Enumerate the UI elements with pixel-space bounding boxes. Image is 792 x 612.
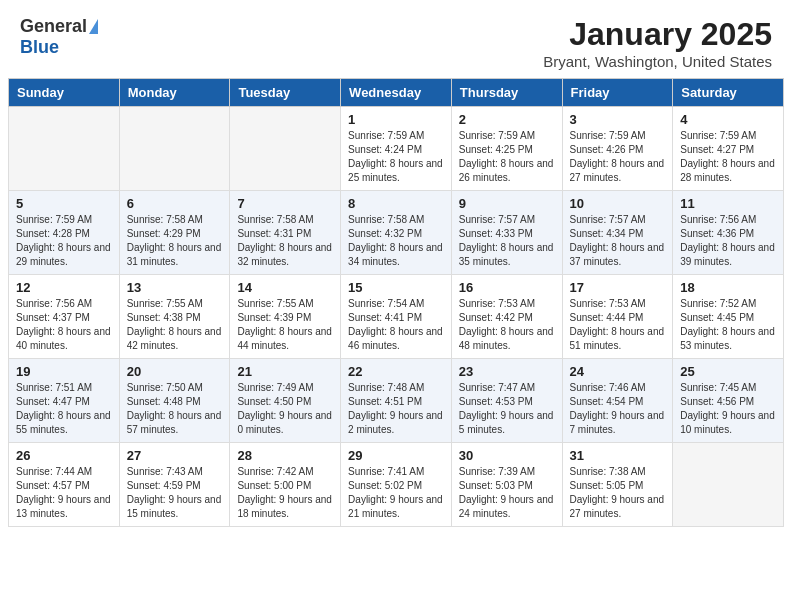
day-number: 21: [237, 364, 333, 379]
day-info: Sunrise: 7:52 AMSunset: 4:45 PMDaylight:…: [680, 297, 776, 353]
day-info: Sunrise: 7:56 AMSunset: 4:37 PMDaylight:…: [16, 297, 112, 353]
calendar-cell: 10Sunrise: 7:57 AMSunset: 4:34 PMDayligh…: [562, 191, 673, 275]
day-number: 28: [237, 448, 333, 463]
day-info: Sunrise: 7:59 AMSunset: 4:28 PMDaylight:…: [16, 213, 112, 269]
day-number: 27: [127, 448, 223, 463]
day-number: 1: [348, 112, 444, 127]
day-number: 4: [680, 112, 776, 127]
location: Bryant, Washington, United States: [543, 53, 772, 70]
day-info: Sunrise: 7:48 AMSunset: 4:51 PMDaylight:…: [348, 381, 444, 437]
day-info: Sunrise: 7:39 AMSunset: 5:03 PMDaylight:…: [459, 465, 555, 521]
day-info: Sunrise: 7:41 AMSunset: 5:02 PMDaylight:…: [348, 465, 444, 521]
day-info: Sunrise: 7:46 AMSunset: 4:54 PMDaylight:…: [570, 381, 666, 437]
calendar-cell: 4Sunrise: 7:59 AMSunset: 4:27 PMDaylight…: [673, 107, 784, 191]
day-number: 22: [348, 364, 444, 379]
day-info: Sunrise: 7:43 AMSunset: 4:59 PMDaylight:…: [127, 465, 223, 521]
week-row-1: 1Sunrise: 7:59 AMSunset: 4:24 PMDaylight…: [9, 107, 784, 191]
calendar-cell: 7Sunrise: 7:58 AMSunset: 4:31 PMDaylight…: [230, 191, 341, 275]
calendar-cell: 5Sunrise: 7:59 AMSunset: 4:28 PMDaylight…: [9, 191, 120, 275]
day-info: Sunrise: 7:44 AMSunset: 4:57 PMDaylight:…: [16, 465, 112, 521]
day-number: 5: [16, 196, 112, 211]
day-info: Sunrise: 7:56 AMSunset: 4:36 PMDaylight:…: [680, 213, 776, 269]
calendar-cell: 31Sunrise: 7:38 AMSunset: 5:05 PMDayligh…: [562, 443, 673, 527]
logo: General Blue: [20, 16, 98, 58]
calendar-cell: 21Sunrise: 7:49 AMSunset: 4:50 PMDayligh…: [230, 359, 341, 443]
weekday-header-monday: Monday: [119, 79, 230, 107]
day-number: 13: [127, 280, 223, 295]
day-info: Sunrise: 7:59 AMSunset: 4:24 PMDaylight:…: [348, 129, 444, 185]
day-info: Sunrise: 7:49 AMSunset: 4:50 PMDaylight:…: [237, 381, 333, 437]
day-number: 11: [680, 196, 776, 211]
day-info: Sunrise: 7:53 AMSunset: 4:42 PMDaylight:…: [459, 297, 555, 353]
day-number: 14: [237, 280, 333, 295]
calendar-cell: 9Sunrise: 7:57 AMSunset: 4:33 PMDaylight…: [451, 191, 562, 275]
day-number: 9: [459, 196, 555, 211]
calendar-header: SundayMondayTuesdayWednesdayThursdayFrid…: [9, 79, 784, 107]
weekday-header-wednesday: Wednesday: [341, 79, 452, 107]
day-info: Sunrise: 7:58 AMSunset: 4:32 PMDaylight:…: [348, 213, 444, 269]
day-number: 16: [459, 280, 555, 295]
calendar-cell: [119, 107, 230, 191]
calendar-cell: 24Sunrise: 7:46 AMSunset: 4:54 PMDayligh…: [562, 359, 673, 443]
calendar-cell: 18Sunrise: 7:52 AMSunset: 4:45 PMDayligh…: [673, 275, 784, 359]
day-info: Sunrise: 7:59 AMSunset: 4:26 PMDaylight:…: [570, 129, 666, 185]
day-number: 6: [127, 196, 223, 211]
page-header: General Blue January 2025 Bryant, Washin…: [0, 0, 792, 78]
day-number: 10: [570, 196, 666, 211]
day-info: Sunrise: 7:42 AMSunset: 5:00 PMDaylight:…: [237, 465, 333, 521]
calendar-cell: 30Sunrise: 7:39 AMSunset: 5:03 PMDayligh…: [451, 443, 562, 527]
day-number: 24: [570, 364, 666, 379]
calendar-cell: 23Sunrise: 7:47 AMSunset: 4:53 PMDayligh…: [451, 359, 562, 443]
day-info: Sunrise: 7:57 AMSunset: 4:33 PMDaylight:…: [459, 213, 555, 269]
calendar-table: SundayMondayTuesdayWednesdayThursdayFrid…: [8, 78, 784, 527]
calendar-cell: 8Sunrise: 7:58 AMSunset: 4:32 PMDaylight…: [341, 191, 452, 275]
day-number: 2: [459, 112, 555, 127]
day-info: Sunrise: 7:47 AMSunset: 4:53 PMDaylight:…: [459, 381, 555, 437]
calendar-cell: 1Sunrise: 7:59 AMSunset: 4:24 PMDaylight…: [341, 107, 452, 191]
day-info: Sunrise: 7:58 AMSunset: 4:31 PMDaylight:…: [237, 213, 333, 269]
day-info: Sunrise: 7:45 AMSunset: 4:56 PMDaylight:…: [680, 381, 776, 437]
calendar-cell: 22Sunrise: 7:48 AMSunset: 4:51 PMDayligh…: [341, 359, 452, 443]
day-info: Sunrise: 7:50 AMSunset: 4:48 PMDaylight:…: [127, 381, 223, 437]
day-number: 8: [348, 196, 444, 211]
calendar-cell: 17Sunrise: 7:53 AMSunset: 4:44 PMDayligh…: [562, 275, 673, 359]
logo-general: General: [20, 16, 87, 37]
day-number: 17: [570, 280, 666, 295]
day-info: Sunrise: 7:54 AMSunset: 4:41 PMDaylight:…: [348, 297, 444, 353]
day-info: Sunrise: 7:55 AMSunset: 4:39 PMDaylight:…: [237, 297, 333, 353]
calendar-cell: 28Sunrise: 7:42 AMSunset: 5:00 PMDayligh…: [230, 443, 341, 527]
calendar-cell: 12Sunrise: 7:56 AMSunset: 4:37 PMDayligh…: [9, 275, 120, 359]
day-info: Sunrise: 7:58 AMSunset: 4:29 PMDaylight:…: [127, 213, 223, 269]
day-number: 18: [680, 280, 776, 295]
calendar-cell: 29Sunrise: 7:41 AMSunset: 5:02 PMDayligh…: [341, 443, 452, 527]
weekday-header-friday: Friday: [562, 79, 673, 107]
calendar-cell: 26Sunrise: 7:44 AMSunset: 4:57 PMDayligh…: [9, 443, 120, 527]
month-title: January 2025: [543, 16, 772, 53]
day-number: 15: [348, 280, 444, 295]
day-number: 19: [16, 364, 112, 379]
day-number: 31: [570, 448, 666, 463]
calendar-cell: 19Sunrise: 7:51 AMSunset: 4:47 PMDayligh…: [9, 359, 120, 443]
week-row-4: 19Sunrise: 7:51 AMSunset: 4:47 PMDayligh…: [9, 359, 784, 443]
calendar-cell: 3Sunrise: 7:59 AMSunset: 4:26 PMDaylight…: [562, 107, 673, 191]
day-number: 30: [459, 448, 555, 463]
day-info: Sunrise: 7:53 AMSunset: 4:44 PMDaylight:…: [570, 297, 666, 353]
day-number: 26: [16, 448, 112, 463]
day-number: 25: [680, 364, 776, 379]
logo-blue: Blue: [20, 37, 59, 58]
day-info: Sunrise: 7:51 AMSunset: 4:47 PMDaylight:…: [16, 381, 112, 437]
calendar-cell: 11Sunrise: 7:56 AMSunset: 4:36 PMDayligh…: [673, 191, 784, 275]
day-info: Sunrise: 7:59 AMSunset: 4:25 PMDaylight:…: [459, 129, 555, 185]
calendar-cell: 14Sunrise: 7:55 AMSunset: 4:39 PMDayligh…: [230, 275, 341, 359]
day-info: Sunrise: 7:55 AMSunset: 4:38 PMDaylight:…: [127, 297, 223, 353]
day-info: Sunrise: 7:57 AMSunset: 4:34 PMDaylight:…: [570, 213, 666, 269]
day-info: Sunrise: 7:38 AMSunset: 5:05 PMDaylight:…: [570, 465, 666, 521]
week-row-2: 5Sunrise: 7:59 AMSunset: 4:28 PMDaylight…: [9, 191, 784, 275]
week-row-5: 26Sunrise: 7:44 AMSunset: 4:57 PMDayligh…: [9, 443, 784, 527]
weekday-header-tuesday: Tuesday: [230, 79, 341, 107]
calendar-cell: 20Sunrise: 7:50 AMSunset: 4:48 PMDayligh…: [119, 359, 230, 443]
day-info: Sunrise: 7:59 AMSunset: 4:27 PMDaylight:…: [680, 129, 776, 185]
weekday-header-sunday: Sunday: [9, 79, 120, 107]
logo-triangle-icon: [89, 19, 98, 34]
calendar-body: 1Sunrise: 7:59 AMSunset: 4:24 PMDaylight…: [9, 107, 784, 527]
